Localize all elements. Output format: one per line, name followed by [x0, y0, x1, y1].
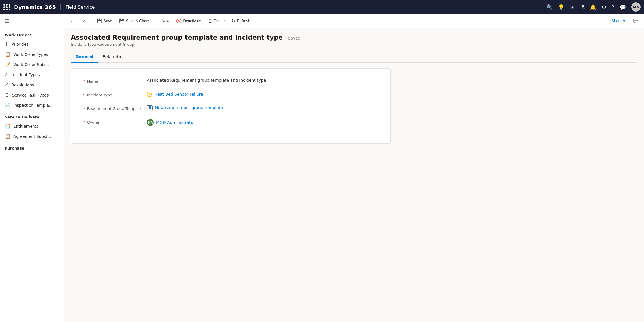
sidebar-item-inspection-templates[interactable]: 📄 Inspection Templa... — [0, 100, 64, 110]
form-row-req-group: * Requirement Group Template 👤 New requi… — [83, 105, 379, 111]
lightbulb-icon[interactable]: 💡 — [558, 4, 564, 10]
work-order-types-icon: 📋 — [5, 51, 10, 57]
popout-button[interactable]: ⤢ — [79, 17, 89, 25]
sidebar-item-work-order-types[interactable]: 📋 Work Order Types — [0, 49, 64, 59]
entitlements-icon: 📑 — [5, 123, 10, 129]
value-incident-type[interactable]: ! Heat Bed Sensor Failure — [147, 92, 379, 97]
share-chevron-icon: ▾ — [623, 19, 625, 23]
sidebar-item-service-task-types[interactable]: 🗒 Service Task Types — [0, 90, 64, 100]
sidebar-toggle[interactable]: ☰ — [0, 14, 64, 28]
required-asterisk-incident: * — [83, 93, 85, 97]
sidebar-item-entitlements[interactable]: 📑 Entitlements — [0, 121, 64, 131]
delete-label: Delete — [214, 19, 225, 23]
sidebar-section-purchase: Purchase — [0, 141, 64, 152]
plus-icon[interactable]: ＋ — [570, 3, 575, 10]
value-name[interactable]: Associated Requirement group template an… — [147, 78, 379, 83]
sidebar-item-resolutions[interactable]: ✓ Resolutions — [0, 80, 64, 90]
save-close-label: Save & Close — [126, 19, 149, 23]
search-icon[interactable]: 🔍 — [546, 4, 553, 10]
incident-type-link[interactable]: Heat Bed Sensor Failure — [154, 92, 203, 97]
deactivate-label: Deactivate — [183, 19, 201, 23]
chat-icon[interactable]: 💬 — [620, 4, 626, 10]
required-asterisk-name: * — [83, 79, 85, 83]
warning-icon: ! — [147, 92, 152, 97]
form-card: * Name Associated Requirement group temp… — [71, 68, 391, 144]
more-icon: ⋯ — [257, 19, 261, 23]
back-button[interactable]: ← — [67, 17, 78, 25]
toolbar-separator-2 — [266, 17, 266, 25]
owner-avatar: MA — [147, 119, 154, 126]
content-area: ← ⤢ 💾 Save 💾 Save & Close ＋ New 🚫 Deacti… — [64, 14, 644, 322]
sidebar-item-incident-types[interactable]: ⚠ Incident Types — [0, 70, 64, 80]
save-close-button[interactable]: 💾 Save & Close — [116, 17, 152, 25]
sidebar-label-incident-types: Incident Types — [12, 72, 40, 77]
required-asterisk-owner: * — [83, 120, 85, 124]
req-group-link[interactable]: New requirement group template — [155, 105, 223, 110]
more-button[interactable]: ⋯ — [254, 17, 264, 25]
app-launcher-icon[interactable] — [3, 4, 10, 10]
refresh-button[interactable]: ↻ Refresh — [229, 17, 253, 25]
sidebar-label-entitlements: Entitlements — [13, 124, 38, 129]
tab-general[interactable]: General — [71, 51, 98, 63]
help-icon[interactable]: ? — [611, 4, 614, 10]
label-name: * Name — [83, 78, 147, 83]
sidebar-label-agreement-subst: Agreement Subst... — [13, 134, 51, 139]
page-content: Associated Requirement group template an… — [64, 28, 644, 322]
toolbar-separator-1 — [91, 17, 91, 25]
form-row-name: * Name Associated Requirement group temp… — [83, 78, 379, 83]
value-req-group[interactable]: 👤 New requirement group template — [147, 105, 379, 110]
save-close-icon: 💾 — [119, 18, 125, 24]
sidebar-label-work-order-types: Work Order Types — [13, 52, 48, 57]
save-icon: 💾 — [96, 18, 102, 24]
page-subtitle: Incident Type Requirement Group — [71, 42, 637, 47]
bell-icon[interactable]: 🔔 — [590, 4, 596, 10]
refresh-label: Refresh — [237, 19, 250, 23]
app-name: Dynamics 365 — [14, 4, 61, 10]
sidebar-item-work-order-subst[interactable]: 📝 Work Order Subst... — [0, 59, 64, 70]
page-title-row: Associated Requirement group template an… — [71, 34, 637, 41]
page-title: Associated Requirement group template an… — [71, 34, 283, 41]
sidebar-section-work-orders: Work Orders — [0, 28, 64, 39]
deactivate-button[interactable]: 🚫 Deactivate — [173, 17, 204, 25]
back-icon: ← — [70, 18, 75, 24]
filter-icon[interactable]: ⚗ — [580, 4, 585, 10]
sidebar-label-resolutions: Resolutions — [11, 83, 34, 87]
deactivate-icon: 🚫 — [176, 18, 182, 24]
toolbar-right: ↗ Share ▾ 💬 — [603, 17, 641, 25]
sidebar-section-service-delivery: Service Delivery — [0, 110, 64, 121]
sidebar-label-service-task-types: Service Task Types — [12, 93, 49, 97]
value-owner[interactable]: MA MOD Administrator — [147, 119, 379, 126]
inspection-templates-icon: 📄 — [5, 102, 10, 108]
chat-panel-icon: 💬 — [633, 19, 638, 23]
tab-related-chevron: ▾ — [119, 54, 121, 59]
owner-link[interactable]: MOD Administrator — [156, 120, 195, 125]
delete-button[interactable]: 🗑 Delete — [205, 17, 228, 25]
user-avatar[interactable]: MA — [631, 2, 641, 12]
main-layout: ☰ Work Orders ↕ Priorities 📋 Work Order … — [0, 14, 644, 322]
resolutions-icon: ✓ — [5, 82, 8, 88]
new-button[interactable]: ＋ New — [153, 16, 172, 25]
chat-panel-button[interactable]: 💬 — [630, 17, 641, 25]
share-label: Share — [611, 19, 622, 23]
toolbar: ← ⤢ 💾 Save 💾 Save & Close ＋ New 🚫 Deacti… — [64, 14, 644, 28]
tab-related[interactable]: Related ▾ — [98, 51, 126, 62]
form-row-owner: * Owner MA MOD Administrator — [83, 119, 379, 126]
save-button[interactable]: 💾 Save — [94, 17, 115, 25]
sidebar-item-agreement-subst[interactable]: 📋 Agreement Subst... — [0, 131, 64, 141]
form-row-incident-type: * Incident Type ! Heat Bed Sensor Failur… — [83, 92, 379, 97]
priorities-icon: ↕ — [5, 41, 8, 47]
share-button[interactable]: ↗ Share ▾ — [603, 17, 629, 25]
save-label: Save — [103, 19, 112, 23]
gear-icon[interactable]: ⚙ — [602, 4, 606, 10]
sidebar-item-priorities[interactable]: ↕ Priorities — [0, 39, 64, 49]
new-icon: ＋ — [156, 18, 160, 24]
label-req-group: * Requirement Group Template — [83, 105, 147, 111]
label-incident-type: * Incident Type — [83, 92, 147, 97]
page-status: - Saved — [285, 36, 300, 40]
share-icon: ↗ — [607, 19, 610, 23]
service-task-types-icon: 🗒 — [5, 92, 9, 98]
popout-icon: ⤢ — [82, 18, 86, 24]
refresh-icon: ↻ — [232, 18, 235, 24]
top-navbar: Dynamics 365 Field Service 🔍 💡 ＋ ⚗ 🔔 ⚙ ?… — [0, 0, 644, 14]
sidebar-label-priorities: Priorities — [11, 42, 28, 47]
